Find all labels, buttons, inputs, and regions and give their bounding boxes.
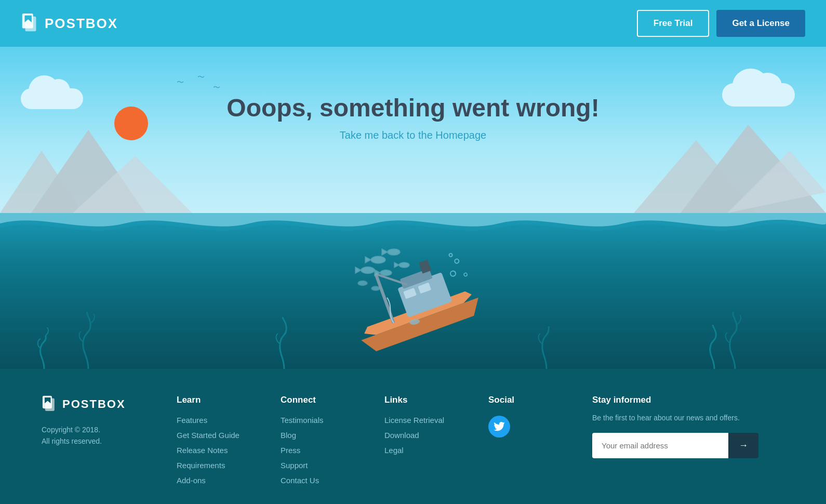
free-trial-button[interactable]: Free Trial [637, 10, 710, 37]
plant-2 [78, 312, 99, 369]
cloud-left [21, 88, 83, 109]
footer-link-features[interactable]: Features [177, 416, 249, 425]
footer-link-testimonials[interactable]: Testimonials [281, 416, 353, 425]
footer-copyright-line1: Copyright © 2018. [42, 424, 145, 435]
footer-link-legal[interactable]: Legal [384, 446, 457, 455]
bird-2: 〜 [197, 73, 205, 82]
logo-text: POSTBOX [45, 16, 118, 32]
footer-learn-heading: Learn [177, 395, 249, 405]
svg-point-21 [463, 273, 468, 277]
footer-link-license-retrieval[interactable]: License Retrieval [384, 416, 457, 425]
header: POSTBOX Free Trial Get a License [0, 0, 826, 47]
footer-links-heading: Links [384, 395, 457, 405]
footer-link-blog[interactable]: Blog [281, 431, 353, 440]
svg-point-19 [454, 258, 459, 263]
error-content: Ooops, something went wrong! Take me bac… [227, 94, 599, 141]
footer-logo-icon [42, 395, 57, 414]
footer-connect-heading: Connect [281, 395, 353, 405]
footer-link-get-started[interactable]: Get Started Guide [177, 431, 249, 440]
footer-col-learn: Learn Features Get Started Guide Release… [177, 395, 249, 491]
cloud-right [722, 83, 795, 107]
footer-logo-section: POSTBOX Copyright © 2018. All rights res… [42, 395, 145, 447]
footer-logo: POSTBOX [42, 395, 145, 414]
plant-3 [275, 317, 294, 369]
wave-top [0, 213, 826, 234]
footer-link-download[interactable]: Download [384, 431, 457, 440]
plant-6 [722, 312, 748, 369]
twitter-button[interactable] [488, 416, 510, 437]
fish-group [347, 244, 425, 307]
bird-1: 〜 [177, 78, 184, 87]
footer-col-social: Social [488, 395, 561, 437]
plant-5 [707, 325, 722, 369]
email-input[interactable] [592, 433, 728, 458]
svg-point-26 [399, 262, 409, 268]
plant-1 [36, 327, 52, 369]
logo-icon [21, 12, 39, 34]
stay-informed-description: Be the first to hear about our news and … [592, 413, 758, 423]
footer-link-press[interactable]: Press [281, 446, 353, 455]
svg-point-20 [449, 253, 453, 257]
stay-informed-heading: Stay informed [592, 395, 758, 405]
footer-link-contact-us[interactable]: Contact Us [281, 476, 353, 485]
footer-logo-text: POSTBOX [62, 397, 126, 411]
get-license-button[interactable]: Get a License [716, 10, 805, 37]
svg-point-27 [358, 281, 367, 286]
email-form: → [592, 433, 758, 458]
footer-link-requirements[interactable]: Requirements [177, 461, 249, 470]
svg-point-25 [380, 270, 392, 276]
footer-social-heading: Social [488, 395, 561, 405]
footer-link-support[interactable]: Support [281, 461, 353, 470]
svg-point-22 [371, 256, 385, 263]
svg-point-24 [361, 267, 375, 274]
footer-copyright-line2: All rights reserved. [42, 435, 145, 447]
footer-stay-informed: Stay informed Be the first to hear about… [592, 395, 758, 458]
footer-col-links: Links License Retrieval Download Legal [384, 395, 457, 461]
footer-link-addons[interactable]: Add-ons [177, 476, 249, 485]
svg-point-28 [371, 286, 380, 290]
error-title: Ooops, something went wrong! [227, 94, 599, 122]
ocean-section [0, 213, 826, 369]
twitter-icon [494, 422, 505, 431]
logo: POSTBOX [21, 12, 118, 34]
footer-link-release-notes[interactable]: Release Notes [177, 446, 249, 455]
bird-3: 〜 [213, 83, 220, 92]
back-to-home-link[interactable]: Take me back to the Homepage [227, 129, 599, 141]
header-buttons: Free Trial Get a License [637, 10, 805, 37]
footer: POSTBOX Copyright © 2018. All rights res… [0, 369, 826, 504]
plant-4 [538, 320, 556, 369]
email-submit-button[interactable]: → [728, 433, 758, 458]
svg-point-23 [388, 249, 400, 255]
svg-point-18 [450, 270, 457, 277]
footer-col-connect: Connect Testimonials Blog Press Support … [281, 395, 353, 491]
sky-section: 〜 〜 〜 Ooops, something went wrong! Take … [0, 47, 826, 213]
